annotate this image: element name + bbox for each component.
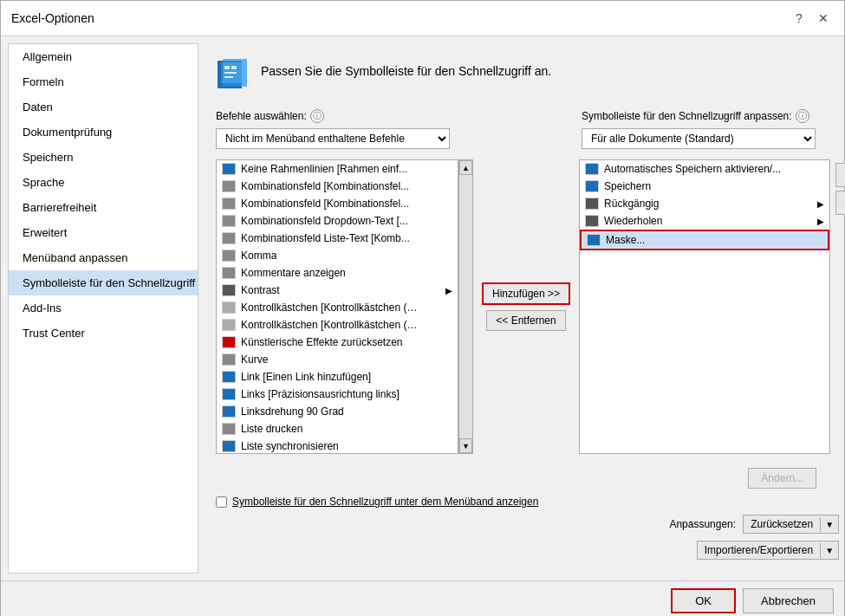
main-content: Passen Sie die Symbolleiste für den Schn… — [198, 43, 845, 574]
list-item-text: Kurve — [241, 353, 268, 366]
importieren-dropdown[interactable]: Importieren/Exportieren ▼ — [697, 541, 839, 560]
list-item-icon — [222, 440, 236, 452]
left-list-item[interactable]: Kombinationsfeld [Kombinationsfel... — [217, 178, 458, 195]
list-item-text: Kombinationsfeld [Kombinationsfel... — [241, 180, 409, 192]
left-list-item[interactable]: Kommentare anzeigen — [217, 264, 458, 282]
controls-row: Befehle auswählen: ⓘ Nicht im Menüband e… — [216, 109, 845, 149]
list-item-text: Kombinationsfeld Dropdown-Text [... — [241, 215, 408, 227]
remove-button[interactable]: << Entfernen — [486, 310, 565, 331]
right-list-container: Automatisches Speichern aktivieren/...Sp… — [579, 159, 845, 454]
lists-area: Keine Rahmenlinien [Rahmen einf...Kombin… — [216, 159, 845, 454]
bottom-section: Ändern... Symbolleiste für den Schnellzu… — [216, 468, 845, 560]
sidebar-item-erweitert[interactable]: Erweitert — [9, 220, 198, 245]
left-list-item[interactable]: Künstlerische Effekte zurücksetzen — [217, 334, 458, 351]
sidebar-item-trust-center[interactable]: Trust Center — [9, 321, 198, 346]
right-dropdown[interactable]: Für alle Dokumente (Standard) Für dieses… — [582, 128, 816, 149]
left-list-item[interactable]: Link [Einen Link hinzufügen] — [217, 368, 458, 386]
right-panel: Symbolleiste für den Schnellzugriff anpa… — [582, 109, 845, 149]
zuruecksetzen-arrow[interactable]: ▼ — [820, 517, 838, 532]
list-item-icon — [222, 215, 236, 227]
left-list-item[interactable]: Liste synchronisieren — [217, 438, 458, 454]
left-list-item[interactable]: Kurve — [217, 351, 458, 368]
sidebar-item-menüband-anpassen[interactable]: Menüband anpassen — [9, 245, 198, 270]
left-list-item[interactable]: Kombinationsfeld Dropdown-Text [... — [217, 212, 458, 230]
sidebar-item-daten[interactable]: Daten — [9, 94, 198, 120]
list-item-icon — [222, 267, 236, 279]
sidebar-item-speichern[interactable]: Speichern — [9, 145, 198, 170]
left-list-item[interactable]: Kontrollkästchen [Kontrollkästchen (… — [217, 316, 458, 334]
list-item-icon — [222, 302, 236, 314]
aendern-button[interactable]: Ändern... — [748, 468, 816, 489]
sidebar-item-allgemein[interactable]: Allgemein — [9, 44, 198, 69]
zuruecksetzen-dropdown[interactable]: Zurücksetzen ▼ — [743, 515, 839, 534]
importieren-arrow[interactable]: ▼ — [820, 543, 838, 558]
left-list-container: Keine Rahmenlinien [Rahmen einf...Kombin… — [216, 159, 473, 454]
left-dropdown-container: Nicht im Menüband enthaltene Befehle All… — [216, 128, 484, 149]
left-list-item[interactable]: Keine Rahmenlinien [Rahmen einf... — [217, 160, 458, 178]
list-item-icon — [222, 319, 236, 331]
left-section-label: Befehle auswählen: — [216, 110, 307, 122]
mid-buttons: Hinzufügen >> << Entfernen — [473, 159, 579, 454]
list-item-text: Link [Einen Link hinzufügen] — [241, 371, 371, 383]
left-list-item[interactable]: Komma — [217, 247, 458, 264]
list-item-icon — [587, 234, 601, 246]
zuruecksetzen-label[interactable]: Zurücksetzen — [744, 515, 820, 533]
list-item-text: Maske... — [606, 234, 645, 246]
sidebar-item-sprache[interactable]: Sprache — [9, 170, 198, 195]
move-up-button[interactable]: ▲ — [835, 163, 845, 187]
list-item-text: Kombinationsfeld Liste-Text [Komb... — [241, 232, 410, 244]
scroll-down-btn[interactable]: ▼ — [459, 438, 472, 453]
left-scrollbar[interactable]: ▲ ▼ — [458, 159, 473, 454]
right-list-item[interactable]: Maske... — [580, 230, 829, 250]
left-list-item[interactable]: Kombinationsfeld [Kombinationsfel... — [217, 195, 458, 212]
left-list-item[interactable]: Kontrollkästchen [Kontrollkästchen (… — [217, 299, 458, 316]
show-below-ribbon-checkbox[interactable] — [216, 496, 227, 508]
aendern-row: Ändern... — [216, 468, 845, 489]
sidebar-item-symbolleiste-für-den-schnellzugriff[interactable]: Symbolleiste für den Schnellzugriff — [9, 270, 198, 295]
move-down-button[interactable]: ▼ — [835, 191, 845, 215]
anpassungen-row: Anpassungen: Zurücksetzen ▼ ⓘ — [216, 515, 845, 534]
left-list-item[interactable]: Kombinationsfeld Liste-Text [Komb... — [217, 230, 458, 247]
left-dropdown[interactable]: Nicht im Menüband enthaltene Befehle All… — [216, 128, 450, 149]
add-button[interactable]: Hinzufügen >> — [482, 282, 570, 305]
list-item-text: Kontrast — [241, 284, 280, 296]
close-button[interactable]: ✕ — [813, 8, 834, 29]
sidebar-item-add-ins[interactable]: Add-Ins — [9, 295, 198, 321]
list-item-icon — [222, 284, 236, 296]
cancel-button[interactable]: Abbrechen — [743, 588, 834, 613]
sidebar-item-barrierefreiheit[interactable]: Barrierefreiheit — [9, 195, 198, 220]
ok-button[interactable]: OK — [671, 588, 736, 613]
sidebar-item-formeln[interactable]: Formeln — [9, 69, 198, 94]
list-item-icon — [222, 198, 236, 210]
right-list[interactable]: Automatisches Speichern aktivieren/...Sp… — [579, 159, 830, 454]
left-list-item[interactable]: Links [Präzisionsausrichtung links] — [217, 386, 458, 403]
right-list-item[interactable]: Automatisches Speichern aktivieren/... — [580, 160, 829, 178]
left-list-item[interactable]: Linksdrehung 90 Grad — [217, 403, 458, 420]
checkbox-label: Symbolleiste für den Schnellzugriff unte… — [232, 496, 538, 508]
right-list-item[interactable]: Wiederholen▶ — [580, 212, 829, 230]
list-item-text: Wiederholen — [604, 215, 662, 227]
list-item-text: Keine Rahmenlinien [Rahmen einf... — [241, 163, 407, 175]
title-bar-controls: ? ✕ — [789, 8, 834, 29]
list-item-text: Rückgängig — [604, 198, 659, 210]
importieren-label[interactable]: Importieren/Exportieren — [698, 541, 820, 559]
anpassungen-label: Anpassungen: — [669, 518, 736, 530]
right-info-icon[interactable]: ⓘ — [796, 109, 809, 123]
excel-options-dialog: Excel-Optionen ? ✕ AllgemeinFormelnDaten… — [0, 0, 845, 616]
list-item-icon — [222, 163, 236, 175]
list-item-icon — [585, 215, 599, 227]
scroll-up-btn[interactable]: ▲ — [459, 160, 472, 175]
list-item-text: Liste drucken — [241, 423, 302, 435]
right-list-item[interactable]: Rückgängig▶ — [580, 195, 829, 212]
sidebar-item-dokumentprüfung[interactable]: Dokumentprüfung — [9, 120, 198, 145]
dialog-title: Excel-Optionen — [11, 11, 94, 25]
list-item-icon — [222, 371, 236, 383]
help-button[interactable]: ? — [789, 8, 809, 29]
left-list-item[interactable]: Kontrast▶ — [217, 282, 458, 299]
left-info-icon[interactable]: ⓘ — [310, 109, 324, 123]
list-item-text: Kontrollkästchen [Kontrollkästchen (… — [241, 302, 417, 314]
list-item-text: Künstlerische Effekte zurücksetzen — [241, 336, 403, 348]
right-list-item[interactable]: Speichern — [580, 178, 829, 195]
left-list[interactable]: Keine Rahmenlinien [Rahmen einf...Kombin… — [216, 159, 458, 454]
left-list-item[interactable]: Liste drucken — [217, 420, 458, 438]
